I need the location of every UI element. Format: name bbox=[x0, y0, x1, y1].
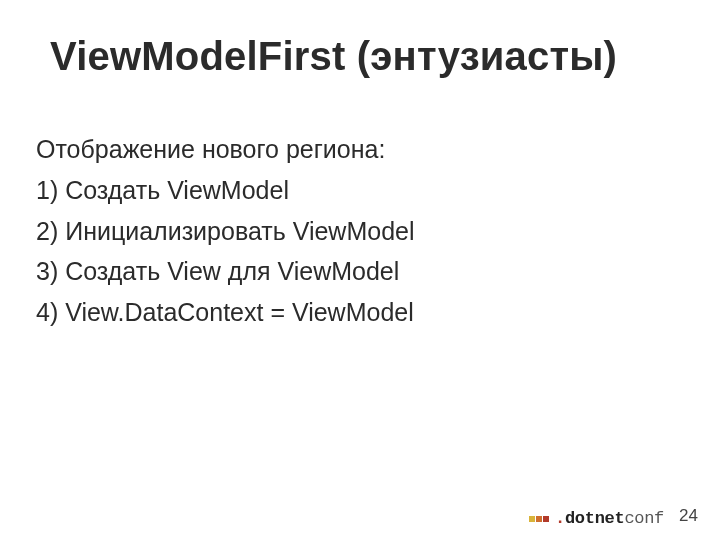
slide-title: ViewModelFirst (энтузиасты) bbox=[50, 34, 680, 79]
step-line: 3) Создать View для ViewModel bbox=[36, 252, 680, 291]
brand-logo: .dotnetconf bbox=[529, 509, 664, 528]
intro-line: Отображение нового региона: bbox=[36, 130, 680, 169]
brand-suffix: conf bbox=[624, 509, 664, 528]
brand-text: .dotnetconf bbox=[555, 509, 664, 528]
brand-name: dotnet bbox=[565, 509, 624, 528]
step-line: 1) Создать ViewModel bbox=[36, 171, 680, 210]
brand-dot: . bbox=[555, 509, 565, 528]
slide: ViewModelFirst (энтузиасты) Отображение … bbox=[0, 0, 720, 540]
brand-squares-icon bbox=[529, 516, 549, 522]
slide-body: Отображение нового региона: 1) Создать V… bbox=[36, 130, 680, 334]
step-line: 2) Инициализировать ViewModel bbox=[36, 212, 680, 251]
page-number: 24 bbox=[679, 506, 698, 526]
step-line: 4) View.DataContext = ViewModel bbox=[36, 293, 680, 332]
